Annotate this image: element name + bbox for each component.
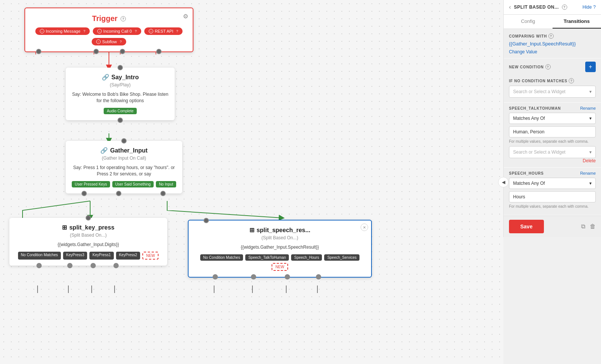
speech-hours-helper: For multiple values, separate each with … [509,204,596,209]
speech-talktohuman-helper: For multiple values, separate each with … [509,139,596,144]
split-key-out-1[interactable] [36,263,42,268]
say-intro-title-text: Say_Intro [112,74,139,81]
copy-icon[interactable]: ⧉ [581,223,585,230]
split-key-out-3[interactable] [91,263,96,268]
no-condition-matches-badge-speech[interactable]: No Condition Matches [200,254,243,261]
keypress1-badge[interactable]: KeyPress1 [89,252,113,260]
comparing-with-section: COMPARING WITH ? {{Gather_Input.SpeechRe… [504,29,601,58]
comparing-with-value: {{Gather_Input.SpeechResult}} [509,41,596,47]
trigger-badge-subflow[interactable]: ○ Subflow ? [92,38,126,45]
split-key-out-2[interactable] [67,263,72,268]
split-key-body: {{widgets.Gather_Input.Digits}} [15,242,161,248]
speech-services-badge[interactable]: Speech_Services [324,254,359,261]
split-speech-out-3[interactable] [285,274,290,279]
panel-title-info-icon[interactable]: ? [562,5,567,10]
trigger-info-icon[interactable]: ? [121,16,126,21]
panel-footer-icons: ⧉ 🗑 [581,223,596,230]
split-speech-out-2[interactable] [251,274,256,279]
gather-out-dot-right[interactable] [160,191,166,196]
no-condition-matches-badge-key[interactable]: No Condition Matches [18,252,61,260]
new-badge-speech[interactable]: NEW [272,263,288,271]
trigger-out-dot-4[interactable] [156,49,162,54]
say-intro-node: 🔗 Say_Intro (Say/Play) Say: Welcome to B… [66,68,175,120]
new-condition-row: NEW CONDITION ? + [504,59,601,75]
split-speech-title: ⊞ split_speech_res... [195,227,365,234]
split-key-subtitle: (Split Based On...) [15,233,161,238]
trigger-out-dot-1[interactable] [36,49,41,54]
trigger-gear-icon[interactable]: ⚙ [183,13,188,20]
comparing-info-icon[interactable]: ? [548,33,554,39]
audio-complete-badge[interactable]: Audio Complete [104,108,136,114]
split-speech-subtitle: (Split Based On...) [195,235,365,240]
user-said-something-badge[interactable]: User Said Something [112,181,154,187]
gather-input-node: 🔗 Gather_Input (Gather Input On Call) Sa… [66,141,182,193]
trigger-node: Trigger ? ⚙ ○ Incoming Message ? ○ Incom… [24,8,193,52]
panel-back-btn[interactable]: ‹ [509,4,511,11]
split-speech-out-4[interactable] [316,274,321,279]
new-badge-key[interactable]: NEW [142,252,159,260]
delete-icon[interactable]: 🗑 [590,223,596,230]
comparing-with-label: COMPARING WITH ? [509,33,596,39]
panel-tabs: Config Transitions [504,15,601,29]
if-no-condition-info-icon[interactable]: ? [569,78,574,83]
panel-collapse-btn[interactable]: ◀ [498,177,509,187]
no-input-badge[interactable]: No Input [156,181,176,187]
panel-hide-btn[interactable]: Hide ? [583,5,596,10]
save-btn[interactable]: Save [509,220,544,233]
badge-circle-icon: ○ [96,39,101,44]
panel-footer: Save ⧉ 🗑 [504,216,601,237]
trigger-title-text: Trigger [92,14,118,23]
speech-talktohuman-rename-btn[interactable]: Rename [580,106,596,110]
add-condition-btn[interactable]: + [585,62,596,72]
badge-circle-icon: ○ [40,29,44,33]
speech-talktohuman-value-input[interactable] [509,126,596,137]
speech-hours-rename-btn[interactable]: Rename [580,171,596,175]
split-speech-out-1[interactable] [213,274,218,279]
tab-transitions[interactable]: Transitions [553,15,601,29]
gather-in-dot[interactable] [121,138,127,143]
trigger-badge-rest-api[interactable]: ○ REST API ? [144,27,183,35]
change-value-link[interactable]: Change Value [509,49,537,54]
user-pressed-keys-badge[interactable]: User Pressed Keys [72,181,110,187]
speech-hours-block: SPEECH_HOURS Rename Matches Any Of ▾ For… [504,168,601,215]
tab-config[interactable]: Config [504,15,553,29]
speech-hours-badge[interactable]: Speech_Hours [291,254,322,261]
say-intro-out-dot[interactable] [118,118,123,123]
speech-talktohuman-next-select[interactable]: Search or Select a Widget ▾ [509,146,596,158]
gather-out-dot-left[interactable] [82,191,87,196]
keypress3-badge[interactable]: KeyPress3 [63,252,87,260]
if-no-condition-label: IF NO CONDITION MATCHES ? [509,78,596,83]
gather-out-dot-mid[interactable] [116,191,121,196]
trigger-out-dot-2[interactable] [94,49,99,54]
say-intro-in-dot[interactable] [118,65,123,70]
split-speech-in-dot[interactable] [204,218,209,223]
trigger-badge-incoming-call[interactable]: ○ Incoming Call 0 ? [93,27,141,35]
panel-header-left: ‹ SPLIT BASED ON... ? [509,4,567,11]
split-speech-badges: No Condition Matches Speech_TalkToHuman … [195,254,365,271]
right-panel: ‹ SPLIT BASED ON... ? Hide ? Config Tran… [503,0,601,237]
split-speech-close-btn[interactable]: ✕ [361,224,368,231]
trigger-badges: ○ Incoming Message ? ○ Incoming Call 0 ?… [31,27,187,45]
trigger-out-dot-3[interactable] [120,49,125,54]
speech-hours-matches-select[interactable]: Matches Any Of ▾ [509,178,596,189]
trigger-badge-incoming-message[interactable]: ○ Incoming Message ? [35,27,90,35]
speech-hours-name: SPEECH_HOURS [509,171,544,175]
speech-talktohuman-name: SPEECH_TALKTOHUMAN [509,106,561,110]
speech-talktohuman-matches-select[interactable]: Matches Any Of ▾ [509,113,596,124]
split-key-in-dot[interactable] [86,215,91,221]
split-key-out-4[interactable] [113,263,119,268]
new-condition-info-icon[interactable]: ? [545,64,551,69]
say-intro-body: Say: Welcome to Bob's Bike Shop. Please … [72,91,169,104]
badge-circle-icon: ○ [97,29,102,33]
speech-talktohuman-badge[interactable]: Speech_TalkToHuman [245,254,289,261]
say-intro-subtitle: (Say/Play) [72,82,169,88]
split-key-title-text: split_key_press [69,224,114,231]
say-intro-badges: Audio Complete [72,108,169,114]
right-panel-wrapper: ◀ ‹ SPLIT BASED ON... ? Hide ? Config Tr… [503,0,601,364]
trigger-title: Trigger ? [31,14,187,23]
speech-talktohuman-delete-btn[interactable]: Delete [509,158,596,163]
speech-hours-header: SPEECH_HOURS Rename [509,171,596,175]
speech-hours-value-input[interactable] [509,191,596,202]
keypress2-badge[interactable]: KeyPress2 [116,252,140,260]
if-no-condition-select[interactable]: Search or Select a Widget ▾ [509,86,596,98]
